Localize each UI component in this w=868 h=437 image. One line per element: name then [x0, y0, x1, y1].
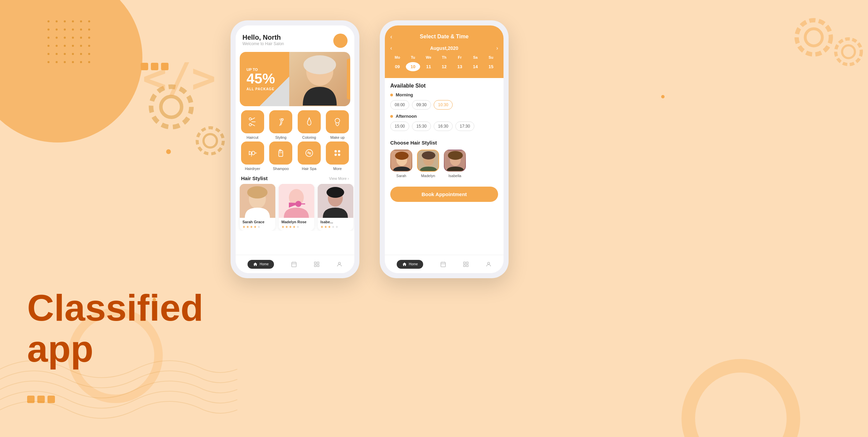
service-styling[interactable]: Styling	[268, 110, 294, 139]
nav2-grid[interactable]	[463, 261, 469, 267]
book-appointment-button[interactable]: Book Appointment	[390, 187, 498, 202]
avatar-isabella	[444, 150, 466, 172]
slot-15-30[interactable]: 15:30	[412, 121, 431, 131]
svg-point-2	[203, 134, 217, 148]
calendar-days: 09 10 11 12 13 14 15	[390, 62, 498, 71]
svg-point-7	[836, 39, 862, 65]
svg-point-15	[282, 119, 283, 120]
calendar-icon	[291, 261, 297, 267]
stylist-name-isabella: Isabe...	[320, 220, 351, 224]
nav2-profile[interactable]	[486, 261, 492, 267]
svg-point-5	[797, 20, 831, 55]
stylist-card-sarah[interactable]: Sarah Grace ★ ★ ★ ★ ★	[240, 184, 275, 231]
phones-container: Hello, North Welcome to Hair Salon UP TO…	[231, 20, 509, 278]
service-hairspa[interactable]: Hair Spa	[296, 141, 322, 171]
home2-icon	[402, 262, 407, 267]
stylist-card-isabella[interactable]: Isabe... ★ ★ ★ ★ ★	[318, 184, 353, 231]
svg-rect-45	[317, 265, 319, 266]
styling-icon-box	[269, 110, 292, 133]
service-coloring[interactable]: Coloring	[296, 110, 322, 139]
calendar: ‹ August,2020 › Mo Tu We Th Fr Sa Su 09 …	[385, 45, 504, 78]
day-name-sa: Sa	[468, 55, 482, 59]
shampoo-icon	[275, 147, 287, 159]
calendar-prev-btn[interactable]: ‹	[390, 45, 392, 51]
stylist-card-madelyn[interactable]: Madelyn Rose ★ ★ ★ ★ ★	[279, 184, 314, 231]
stylist-stars-sarah: ★ ★ ★ ★ ★	[242, 225, 273, 229]
stylist-label-madelyn: Madelyn	[421, 174, 435, 178]
nav-home-active[interactable]: Home	[248, 260, 274, 269]
bg-circle-ring-right	[682, 359, 800, 437]
nav-profile[interactable]	[336, 261, 342, 267]
morning-label: Morning	[396, 92, 413, 97]
nav-calendar[interactable]	[291, 261, 297, 267]
hairdryer-icon-box	[241, 141, 264, 165]
coloring-icon	[303, 116, 315, 128]
service-hairdryer[interactable]: Hairdryer	[240, 141, 265, 171]
stylist-photo-isabella	[318, 184, 353, 218]
services-row-1: Haircut Styling	[240, 110, 350, 139]
slot-09-30[interactable]: 09:30	[412, 100, 431, 110]
stylist-info-sarah: Sarah Grace ★ ★ ★ ★ ★	[240, 218, 275, 231]
slot-15-00[interactable]: 15:00	[390, 121, 409, 131]
gear-top-right-small-icon	[831, 34, 866, 70]
calendar-next-btn[interactable]: ›	[496, 45, 498, 51]
cal-day-12[interactable]: 12	[437, 62, 451, 71]
stylist-img-madelyn	[279, 184, 314, 218]
avatar-sarah	[390, 150, 412, 172]
nav2-home-active[interactable]: Home	[397, 260, 423, 269]
svg-point-37	[327, 187, 344, 198]
service-haircut[interactable]: Haircut	[240, 110, 265, 139]
dots-decoration	[47, 20, 94, 66]
phone-home: Hello, North Welcome to Hair Salon UP TO…	[231, 20, 359, 278]
cal-day-13[interactable]: 13	[453, 62, 467, 71]
stylist-info-isabella: Isabe... ★ ★ ★ ★ ★	[318, 218, 353, 231]
svg-point-30	[247, 186, 268, 198]
view-more-link[interactable]: View More ›	[329, 176, 349, 180]
day-name-th: Th	[437, 55, 451, 59]
person2-icon	[486, 261, 492, 267]
book-btn-container: Book Appointment	[385, 183, 504, 205]
morning-period: Morning	[390, 92, 498, 97]
service-makeup[interactable]: Make up	[325, 110, 351, 139]
slot-08-00[interactable]: 08:00	[390, 100, 409, 110]
cal-day-10[interactable]: 10	[406, 62, 420, 71]
service-hairspa-label: Hair Spa	[302, 167, 316, 171]
promo-banner: UP TO 45% ALL PACKAGE	[240, 52, 350, 106]
greeting-sub: Welcome to Hair Salon	[242, 41, 284, 46]
service-makeup-label: Make up	[330, 135, 344, 139]
haircut-icon	[247, 116, 258, 128]
afternoon-period: Afternoon	[390, 114, 498, 119]
slot-16-30[interactable]: 16:30	[434, 121, 453, 131]
svg-point-26	[335, 154, 337, 156]
nav-grid[interactable]	[314, 261, 320, 267]
haircut-icon-box	[241, 110, 264, 133]
day-name-su: Su	[484, 55, 498, 59]
services-row-2: Hairdryer Shampoo	[240, 141, 350, 171]
dot-accent-1	[166, 149, 171, 154]
banner-text: UP TO 45% ALL PACKAGE	[240, 62, 282, 96]
booking-header-title: Select Date & Time	[420, 34, 469, 40]
svg-point-25	[338, 150, 340, 152]
dot-accent-2	[153, 298, 156, 301]
phone2-header: ‹ Select Date & Time	[385, 25, 504, 45]
stylist-choice-madelyn[interactable]: Madelyn	[417, 150, 439, 178]
service-more-label: More	[333, 167, 342, 171]
svg-point-23	[306, 150, 313, 156]
slot-10-30[interactable]: 10:30	[434, 100, 453, 110]
cal-day-11[interactable]: 11	[421, 62, 436, 71]
back-arrow-icon[interactable]: ‹	[390, 33, 392, 40]
stylist-choice-sarah[interactable]: Sarah	[390, 150, 412, 178]
cal-day-09[interactable]: 09	[390, 62, 405, 71]
svg-point-52	[422, 151, 435, 159]
calendar-month-nav: ‹ August,2020 ›	[390, 45, 498, 51]
gear-top-right-large-icon	[790, 14, 837, 61]
nav2-calendar[interactable]	[440, 261, 446, 267]
slot-17-30[interactable]: 17:30	[455, 121, 474, 131]
nav2-home-label: Home	[409, 262, 418, 266]
service-shampoo[interactable]: Shampoo	[268, 141, 294, 171]
cal-day-15[interactable]: 15	[484, 62, 498, 71]
cal-day-14[interactable]: 14	[468, 62, 482, 71]
svg-rect-56	[441, 262, 446, 267]
service-more[interactable]: More	[325, 141, 351, 171]
stylist-choice-isabella[interactable]: Isabella	[444, 150, 466, 178]
